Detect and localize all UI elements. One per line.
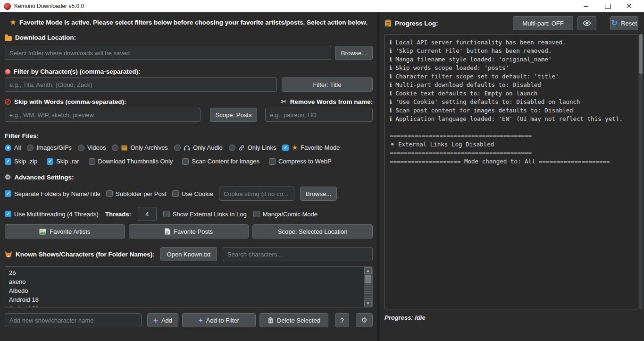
radio-all[interactable]: All [5, 144, 21, 151]
log-scrollbar-thumb[interactable] [639, 34, 643, 74]
delete-selected-button[interactable]: Delete Selected [259, 313, 328, 327]
cookie-string-input[interactable] [219, 187, 294, 201]
known-shows-label: Known Shows/Characters (for Folder Names… [5, 251, 155, 258]
add-button[interactable]: Add [147, 313, 178, 327]
open-known-txt-button[interactable]: Open Known.txt [160, 247, 217, 261]
checkbox-show-external-links[interactable]: Show External Links in Log [163, 211, 247, 218]
list-item[interactable]: 2b [9, 268, 361, 277]
checkbox-icon [253, 211, 260, 217]
radio-icon [78, 145, 84, 151]
list-item[interactable]: Albedo [9, 286, 361, 295]
close-icon[interactable] [619, 0, 640, 12]
download-location-input[interactable] [5, 46, 331, 60]
progress-panel: Progress Log: Multi-part: OFF Reset ℹ Lo… [380, 12, 644, 341]
progress-log-label: Progress Log: [385, 19, 438, 27]
checkbox-compress-webp[interactable]: Compress to WebP [269, 158, 331, 165]
eye-icon [583, 20, 591, 26]
folder-icon [5, 36, 12, 41]
checkbox-label: Use Cookie [182, 190, 213, 197]
add-to-filter-button[interactable]: Add to Filter [182, 313, 256, 327]
checkbox-subfolder-per-post[interactable]: Subfolder per Post [106, 190, 167, 197]
search-characters-input[interactable] [223, 247, 373, 261]
log-scrollbar[interactable] [639, 34, 643, 309]
checkbox-skip-zip[interactable]: Skip .zip [5, 158, 37, 165]
list-scrollbar[interactable]: ▲ ▼ [364, 267, 372, 307]
checkbox-icon [282, 145, 289, 151]
browse-cookie-button[interactable]: Browse... [300, 187, 337, 201]
checkbox-scan-content[interactable]: Scan Content for Images [182, 158, 259, 165]
checkbox-label: Compress to WebP [278, 158, 331, 165]
filter-scope-button[interactable]: Filter: Title [282, 77, 373, 92]
list-item[interactable]: Android 18 [9, 295, 361, 304]
skip-scope-button[interactable]: Scope: Posts [210, 108, 257, 122]
multipart-toggle-button[interactable]: Multi-part: OFF [513, 16, 573, 30]
checkbox-label: Favorite Mode [301, 144, 340, 151]
reset-button[interactable]: Reset [610, 16, 638, 30]
download-location-label: Download Location: [5, 34, 373, 41]
star-icon [10, 19, 16, 26]
checkbox-label: Scan Content for Images [192, 158, 259, 165]
remove-words-input[interactable] [265, 108, 373, 122]
checkbox-icon [269, 158, 276, 165]
radio-icon [112, 145, 118, 151]
character-filter-label-text: Filter by Character(s) (comma-separated)… [14, 68, 141, 75]
banner-text: Favorite Mode is active. Please select f… [19, 19, 368, 26]
list-scrollbar-thumb[interactable] [365, 275, 371, 283]
list-item[interactable]: Android 21 [9, 304, 361, 307]
progress-log-area[interactable]: ℹ Local API server functionality has bee… [385, 34, 638, 309]
list-item[interactable]: akeno [9, 277, 361, 286]
checkbox-icon [182, 158, 189, 165]
browse-download-button[interactable]: Browse... [335, 46, 373, 60]
maximize-icon[interactable] [597, 0, 619, 12]
scroll-up-icon[interactable]: ▲ [364, 267, 372, 274]
minimize-icon[interactable] [575, 0, 597, 12]
checkbox-favorite-mode[interactable]: Favorite Mode [282, 144, 340, 151]
scroll-down-icon[interactable]: ▼ [364, 300, 372, 307]
known-characters-list[interactable]: ▲ ▼ 2bakenoAlbedoAndroid 18Android 21 [5, 266, 373, 307]
character-filter-input[interactable] [5, 77, 277, 92]
download-location-label-text: Download Location: [15, 34, 76, 41]
picture-icon [39, 229, 46, 235]
button-label: Favorite Artists [50, 228, 90, 235]
eye-toggle-button[interactable] [577, 16, 596, 30]
checkbox-icon [172, 190, 179, 197]
checkbox-label: Separate Folders by Name/Title [14, 190, 100, 197]
settings-button[interactable] [356, 313, 373, 327]
checkbox-icon [5, 211, 11, 217]
radio-icon [229, 145, 235, 151]
checkbox-skip-rar[interactable]: Skip .rar [47, 158, 79, 165]
help-button[interactable]: ? [335, 313, 349, 327]
app-window: Kemono Downloader v5.0.0 Favorite Mode i… [0, 0, 644, 341]
radio-label: Only Archives [130, 144, 167, 151]
gear-icon [361, 316, 367, 324]
checkbox-download-thumbnails[interactable]: Download Thumbnails Only [89, 158, 173, 165]
checkbox-icon [163, 211, 170, 217]
radio-only-archives[interactable]: Only Archives [112, 144, 167, 151]
threads-input[interactable] [138, 207, 157, 221]
log-lines: ℹ Local API server functionality has bee… [390, 38, 633, 166]
window-controls [575, 0, 640, 12]
checkbox-icon [106, 190, 113, 197]
radio-only-audio[interactable]: Only Audio [174, 144, 223, 151]
radio-only-links[interactable]: Only Links [229, 144, 276, 151]
checkbox-manga-comic-mode[interactable]: Manga/Comic Mode [253, 211, 318, 218]
checkbox-icon [5, 190, 11, 197]
checkbox-use-multithreading[interactable]: Use Multithreading (4 Threads) [5, 211, 99, 218]
scope-selected-location-button[interactable]: Scope: Selected Location [252, 224, 373, 239]
skip-words-input[interactable] [5, 108, 201, 122]
archive-box-icon [121, 145, 127, 151]
favorite-posts-button[interactable]: Favorite Posts [129, 224, 249, 239]
advanced-settings-label-text: Advanced Settings: [14, 174, 74, 181]
radio-images-gifs[interactable]: Images/GIFs [27, 144, 71, 151]
checkbox-icon [89, 158, 95, 165]
filter-files-label-text: Filter Files: [5, 132, 39, 139]
checkbox-use-cookie[interactable]: Use Cookie [172, 190, 213, 197]
checkbox-label: Manga/Comic Mode [263, 211, 318, 218]
checkbox-separate-folders[interactable]: Separate Folders by Name/Title [5, 190, 100, 197]
clipboard-icon [385, 19, 392, 27]
known-shows-label-text: Known Shows/Characters (for Folder Names… [16, 251, 155, 258]
radio-videos[interactable]: Videos [78, 144, 106, 151]
add-character-input[interactable] [5, 313, 142, 327]
radio-label: Only Links [248, 144, 276, 151]
favorite-artists-button[interactable]: Favorite Artists [5, 224, 125, 239]
